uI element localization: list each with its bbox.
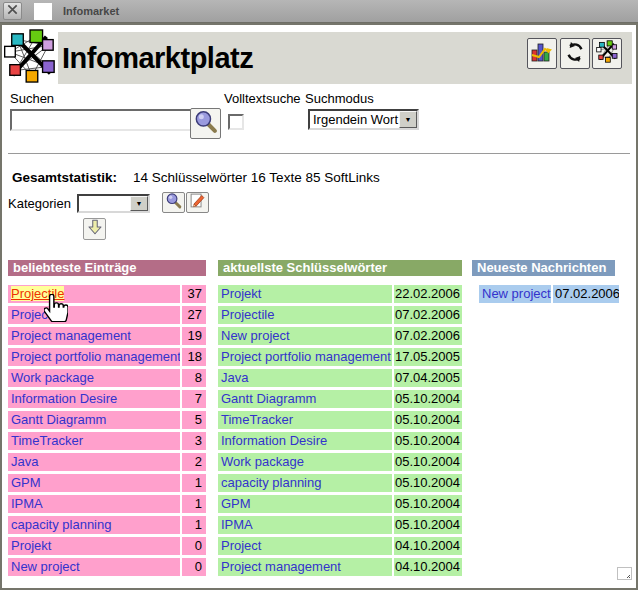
entry-link[interactable]: Work package xyxy=(221,454,304,469)
entry-link[interactable]: capacity planning xyxy=(221,475,321,490)
list-item[interactable]: capacity planning 05.10.2004 xyxy=(218,474,462,492)
entry-value: 8 xyxy=(182,369,206,387)
entry-value: 19 xyxy=(182,327,206,345)
list-item[interactable]: Work package 05.10.2004 xyxy=(218,453,462,471)
down-arrow-icon xyxy=(86,218,104,240)
infomarket-logo-icon xyxy=(4,28,58,84)
entry-value: 05.10.2004 xyxy=(394,432,462,450)
close-icon xyxy=(6,2,19,20)
entry-link[interactable]: Project management xyxy=(11,328,131,343)
entry-value: 07.02.2006 xyxy=(553,285,619,303)
entry-link[interactable]: Java xyxy=(221,370,248,385)
entry-link[interactable]: Project xyxy=(11,307,51,322)
list-item[interactable]: Project 27 xyxy=(8,306,206,324)
list-item[interactable]: Projekt 22.02.2006 xyxy=(218,285,462,303)
entry-link[interactable]: Gantt Diagramm xyxy=(11,412,106,427)
search-button[interactable] xyxy=(190,108,221,139)
fulltext-checkbox[interactable] xyxy=(228,114,244,130)
list-item[interactable]: Java 2 xyxy=(8,453,206,471)
list-item[interactable]: Projectile 37 xyxy=(8,285,206,303)
entry-link[interactable]: Project portfolio management xyxy=(11,349,180,364)
list-item[interactable]: TimeTracker 3 xyxy=(8,432,206,450)
popular-entries-list: Projectile 37 Project 27 Project managem… xyxy=(8,285,206,576)
entry-link[interactable]: Projekt xyxy=(11,538,51,553)
entry-link[interactable]: Information Desire xyxy=(221,433,327,448)
entry-link[interactable]: GPM xyxy=(11,475,41,490)
close-button[interactable] xyxy=(3,2,22,20)
entry-link[interactable]: IPMA xyxy=(11,496,43,511)
list-item[interactable]: TimeTracker 05.10.2004 xyxy=(218,411,462,429)
list-item[interactable]: New project 0 xyxy=(8,558,206,576)
entry-value: 07.02.2006 xyxy=(394,327,462,345)
list-item[interactable]: IPMA 1 xyxy=(8,495,206,513)
entry-link[interactable]: Projectile xyxy=(221,307,274,322)
resize-grip[interactable] xyxy=(617,567,632,580)
entry-value: 1 xyxy=(182,516,206,534)
dropdown-arrow-icon[interactable]: ▼ xyxy=(399,111,417,128)
search-mode-select[interactable]: Irgendein Wort ▼ xyxy=(308,109,419,130)
categories-download-button[interactable] xyxy=(83,218,106,240)
categories-edit-button[interactable] xyxy=(186,192,209,213)
list-item[interactable]: Projectile 07.02.2006 xyxy=(218,306,462,324)
entry-link[interactable]: TimeTracker xyxy=(221,412,293,427)
list-item[interactable]: Gantt Diagramm 05.10.2004 xyxy=(218,390,462,408)
list-item[interactable]: IPMA 05.10.2004 xyxy=(218,516,462,534)
list-item[interactable]: capacity planning 1 xyxy=(8,516,206,534)
refresh-button[interactable] xyxy=(560,38,590,69)
search-label: Suchen xyxy=(10,91,54,106)
entry-value: 0 xyxy=(182,537,206,555)
entry-link[interactable]: TimeTracker xyxy=(11,433,83,448)
entry-value: 0 xyxy=(182,558,206,576)
entry-link[interactable]: Projekt xyxy=(221,286,261,301)
entry-link[interactable]: New project xyxy=(11,559,80,574)
entry-value: 27 xyxy=(182,306,206,324)
entry-value: 3 xyxy=(182,432,206,450)
list-item[interactable]: Project 04.10.2004 xyxy=(218,537,462,555)
list-item[interactable]: Information Desire 05.10.2004 xyxy=(218,432,462,450)
recent-keywords-list: Projekt 22.02.2006 Projectile 07.02.2006… xyxy=(218,285,462,576)
statistics-button[interactable] xyxy=(527,38,557,69)
entry-link[interactable]: New project xyxy=(482,286,551,301)
entry-link[interactable]: Java xyxy=(11,454,38,469)
entry-link[interactable]: New project xyxy=(221,328,290,343)
entry-value: 05.10.2004 xyxy=(394,411,462,429)
list-item[interactable]: New project 07.02.2006 xyxy=(479,285,620,303)
categories-search-button[interactable] xyxy=(162,192,185,213)
entry-link[interactable]: IPMA xyxy=(221,517,253,532)
page-pencil-icon xyxy=(189,192,206,213)
list-item[interactable]: GPM 1 xyxy=(8,474,206,492)
latest-news-column: Neueste Nachrichten New project 07.02.20… xyxy=(472,260,620,306)
entry-link[interactable]: capacity planning xyxy=(11,517,111,532)
entry-value: 05.10.2004 xyxy=(394,474,462,492)
entry-link[interactable]: Gantt Diagramm xyxy=(221,391,316,406)
list-item[interactable]: Projekt 0 xyxy=(8,537,206,555)
list-item[interactable]: GPM 05.10.2004 xyxy=(218,495,462,513)
fulltext-label: Volltextsuche xyxy=(224,91,301,106)
list-item[interactable]: Java 07.04.2005 xyxy=(218,369,462,387)
bar-chart-icon xyxy=(530,40,554,68)
entry-value: 05.10.2004 xyxy=(394,453,462,471)
popular-entries-header: beliebteste Einträge xyxy=(8,260,206,276)
list-item[interactable]: Project portfolio management 17.05.2005 xyxy=(218,348,462,366)
list-item[interactable]: Information Desire 7 xyxy=(8,390,206,408)
infomarket-map-button[interactable] xyxy=(592,38,622,69)
entry-link[interactable]: Projectile xyxy=(11,286,64,301)
entry-link[interactable]: Project xyxy=(221,538,261,553)
list-item[interactable]: Work package 8 xyxy=(8,369,206,387)
list-item[interactable]: Gantt Diagramm 5 xyxy=(8,411,206,429)
search-input[interactable] xyxy=(10,109,194,131)
entry-link[interactable]: Work package xyxy=(11,370,94,385)
list-item[interactable]: New project 07.02.2006 xyxy=(218,327,462,345)
list-item[interactable]: Project portfolio management 18 xyxy=(8,348,206,366)
popular-entries-column: beliebteste Einträge Projectile 37 Proje… xyxy=(8,260,206,579)
dropdown-arrow-icon[interactable]: ▼ xyxy=(130,196,148,211)
search-mode-label: Suchmodus xyxy=(305,91,374,106)
entry-link[interactable]: Project portfolio management xyxy=(221,349,391,364)
list-item[interactable]: Project management 04.10.2004 xyxy=(218,558,462,576)
entry-link[interactable]: Information Desire xyxy=(11,391,117,406)
list-item[interactable]: Project management 19 xyxy=(8,327,206,345)
entry-link[interactable]: GPM xyxy=(221,496,251,511)
refresh-icon xyxy=(564,41,586,67)
entry-link[interactable]: Project management xyxy=(221,559,341,574)
categories-select[interactable]: ▼ xyxy=(77,194,150,213)
